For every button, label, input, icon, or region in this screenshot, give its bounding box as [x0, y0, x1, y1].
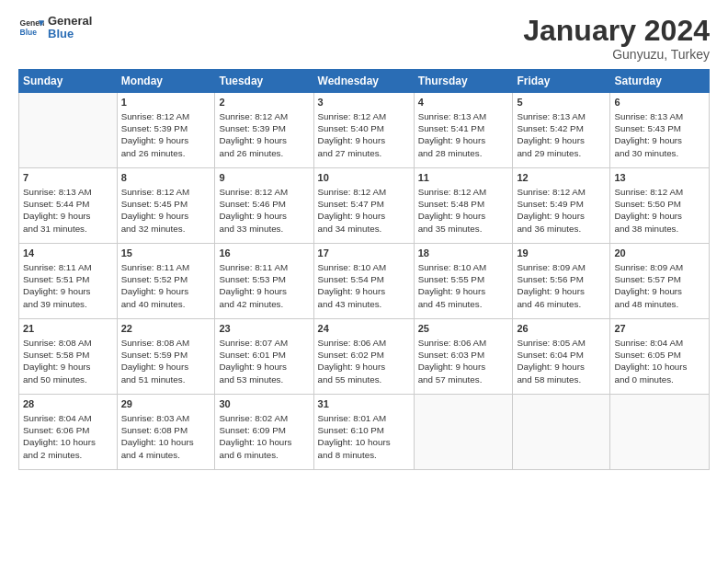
week-row: 28Sunrise: 8:04 AM Sunset: 6:06 PM Dayli… [19, 395, 710, 470]
day-number: 10 [318, 171, 410, 185]
day-info: Sunrise: 8:12 AM Sunset: 5:50 PM Dayligh… [614, 186, 705, 235]
day-cell: 2Sunrise: 8:12 AM Sunset: 5:39 PM Daylig… [215, 93, 313, 168]
month-title: January 2024 [523, 15, 710, 47]
day-number: 11 [418, 171, 509, 185]
day-cell: 18Sunrise: 8:10 AM Sunset: 5:55 PM Dayli… [414, 244, 513, 319]
day-cell: 3Sunrise: 8:12 AM Sunset: 5:40 PM Daylig… [313, 93, 414, 168]
day-cell: 13Sunrise: 8:12 AM Sunset: 5:50 PM Dayli… [610, 168, 710, 244]
day-info: Sunrise: 8:13 AM Sunset: 5:41 PM Dayligh… [418, 110, 509, 159]
day-cell: 7Sunrise: 8:13 AM Sunset: 5:44 PM Daylig… [19, 168, 118, 244]
day-info: Sunrise: 8:09 AM Sunset: 5:56 PM Dayligh… [517, 261, 606, 310]
day-number: 19 [517, 247, 606, 260]
day-number: 8 [121, 171, 211, 185]
day-info: Sunrise: 8:11 AM Sunset: 5:52 PM Dayligh… [121, 261, 211, 310]
day-info: Sunrise: 8:12 AM Sunset: 5:39 PM Dayligh… [219, 110, 309, 159]
day-number: 14 [23, 247, 113, 260]
day-number: 20 [614, 247, 705, 260]
header-cell: Tuesday [215, 70, 313, 93]
day-number: 26 [517, 322, 606, 336]
day-number: 1 [121, 96, 211, 109]
week-row: 14Sunrise: 8:11 AM Sunset: 5:51 PM Dayli… [19, 244, 710, 319]
day-cell [19, 93, 118, 168]
day-cell: 31Sunrise: 8:01 AM Sunset: 6:10 PM Dayli… [313, 395, 414, 470]
day-number: 23 [219, 322, 309, 336]
header-row: SundayMondayTuesdayWednesdayThursdayFrid… [19, 70, 710, 93]
header-cell: Friday [513, 70, 610, 93]
day-number: 28 [23, 397, 113, 411]
day-cell: 1Sunrise: 8:12 AM Sunset: 5:39 PM Daylig… [117, 93, 215, 168]
day-cell: 4Sunrise: 8:13 AM Sunset: 5:41 PM Daylig… [414, 93, 513, 168]
week-row: 1Sunrise: 8:12 AM Sunset: 5:39 PM Daylig… [19, 93, 710, 168]
day-cell: 10Sunrise: 8:12 AM Sunset: 5:47 PM Dayli… [313, 168, 414, 244]
day-info: Sunrise: 8:12 AM Sunset: 5:45 PM Dayligh… [121, 186, 211, 235]
day-number: 15 [121, 247, 211, 260]
calendar-page: General Blue General Blue January 2024 G… [0, 0, 728, 563]
day-cell: 23Sunrise: 8:07 AM Sunset: 6:01 PM Dayli… [215, 319, 313, 395]
day-cell: 6Sunrise: 8:13 AM Sunset: 5:43 PM Daylig… [610, 93, 710, 168]
day-cell: 15Sunrise: 8:11 AM Sunset: 5:52 PM Dayli… [117, 244, 215, 319]
day-info: Sunrise: 8:13 AM Sunset: 5:42 PM Dayligh… [517, 110, 606, 159]
day-info: Sunrise: 8:06 AM Sunset: 6:03 PM Dayligh… [418, 337, 509, 385]
day-cell: 26Sunrise: 8:05 AM Sunset: 6:04 PM Dayli… [513, 319, 610, 395]
day-info: Sunrise: 8:12 AM Sunset: 5:48 PM Dayligh… [418, 186, 509, 235]
day-number: 6 [614, 96, 705, 109]
day-info: Sunrise: 8:12 AM Sunset: 5:39 PM Dayligh… [121, 110, 211, 159]
day-number: 24 [318, 322, 410, 336]
week-row: 21Sunrise: 8:08 AM Sunset: 5:58 PM Dayli… [19, 319, 710, 395]
header-cell: Monday [117, 70, 215, 93]
day-info: Sunrise: 8:10 AM Sunset: 5:54 PM Dayligh… [318, 261, 410, 310]
day-cell: 27Sunrise: 8:04 AM Sunset: 6:05 PM Dayli… [610, 319, 710, 395]
day-cell: 9Sunrise: 8:12 AM Sunset: 5:46 PM Daylig… [215, 168, 313, 244]
day-cell: 20Sunrise: 8:09 AM Sunset: 5:57 PM Dayli… [610, 244, 710, 319]
header-cell: Saturday [610, 70, 710, 93]
week-row: 7Sunrise: 8:13 AM Sunset: 5:44 PM Daylig… [19, 168, 710, 244]
day-number: 2 [219, 96, 309, 109]
location: Gunyuzu, Turkey [523, 47, 710, 62]
day-info: Sunrise: 8:11 AM Sunset: 5:51 PM Dayligh… [23, 261, 113, 310]
day-cell: 19Sunrise: 8:09 AM Sunset: 5:56 PM Dayli… [513, 244, 610, 319]
day-cell: 5Sunrise: 8:13 AM Sunset: 5:42 PM Daylig… [513, 93, 610, 168]
day-info: Sunrise: 8:08 AM Sunset: 5:59 PM Dayligh… [121, 337, 211, 385]
day-cell: 29Sunrise: 8:03 AM Sunset: 6:08 PM Dayli… [117, 395, 215, 470]
day-info: Sunrise: 8:13 AM Sunset: 5:43 PM Dayligh… [614, 110, 705, 159]
day-cell: 11Sunrise: 8:12 AM Sunset: 5:48 PM Dayli… [414, 168, 513, 244]
day-info: Sunrise: 8:09 AM Sunset: 5:57 PM Dayligh… [614, 261, 705, 310]
day-info: Sunrise: 8:11 AM Sunset: 5:53 PM Dayligh… [219, 261, 309, 310]
day-info: Sunrise: 8:10 AM Sunset: 5:55 PM Dayligh… [418, 261, 509, 310]
day-number: 4 [418, 96, 509, 109]
day-number: 7 [23, 171, 113, 185]
day-number: 16 [219, 247, 309, 260]
day-cell: 30Sunrise: 8:02 AM Sunset: 6:09 PM Dayli… [215, 395, 313, 470]
day-info: Sunrise: 8:12 AM Sunset: 5:49 PM Dayligh… [517, 186, 606, 235]
title-block: January 2024 Gunyuzu, Turkey [523, 15, 710, 62]
header-cell: Sunday [19, 70, 118, 93]
day-info: Sunrise: 8:04 AM Sunset: 6:06 PM Dayligh… [23, 412, 113, 461]
day-number: 27 [614, 322, 705, 336]
header-cell: Thursday [414, 70, 513, 93]
day-number: 17 [318, 247, 410, 260]
logo-line2: Blue [48, 28, 92, 40]
day-info: Sunrise: 8:04 AM Sunset: 6:05 PM Dayligh… [614, 337, 705, 385]
day-cell [513, 395, 610, 470]
day-info: Sunrise: 8:07 AM Sunset: 6:01 PM Dayligh… [219, 337, 309, 385]
day-info: Sunrise: 8:08 AM Sunset: 5:58 PM Dayligh… [23, 337, 113, 385]
header-cell: Wednesday [313, 70, 414, 93]
day-number: 31 [318, 397, 410, 411]
day-info: Sunrise: 8:02 AM Sunset: 6:09 PM Dayligh… [219, 412, 309, 461]
day-info: Sunrise: 8:13 AM Sunset: 5:44 PM Dayligh… [23, 186, 113, 235]
day-cell: 24Sunrise: 8:06 AM Sunset: 6:02 PM Dayli… [313, 319, 414, 395]
day-info: Sunrise: 8:12 AM Sunset: 5:40 PM Dayligh… [318, 110, 410, 159]
svg-text:Blue: Blue [20, 28, 38, 37]
day-cell: 22Sunrise: 8:08 AM Sunset: 5:59 PM Dayli… [117, 319, 215, 395]
day-cell: 8Sunrise: 8:12 AM Sunset: 5:45 PM Daylig… [117, 168, 215, 244]
day-number: 9 [219, 171, 309, 185]
day-cell: 12Sunrise: 8:12 AM Sunset: 5:49 PM Dayli… [513, 168, 610, 244]
day-number: 22 [121, 322, 211, 336]
day-cell: 17Sunrise: 8:10 AM Sunset: 5:54 PM Dayli… [313, 244, 414, 319]
day-info: Sunrise: 8:01 AM Sunset: 6:10 PM Dayligh… [318, 412, 410, 461]
day-info: Sunrise: 8:06 AM Sunset: 6:02 PM Dayligh… [318, 337, 410, 385]
day-number: 29 [121, 397, 211, 411]
calendar-table: SundayMondayTuesdayWednesdayThursdayFrid… [18, 69, 710, 470]
day-cell: 25Sunrise: 8:06 AM Sunset: 6:03 PM Dayli… [414, 319, 513, 395]
day-cell: 28Sunrise: 8:04 AM Sunset: 6:06 PM Dayli… [19, 395, 118, 470]
